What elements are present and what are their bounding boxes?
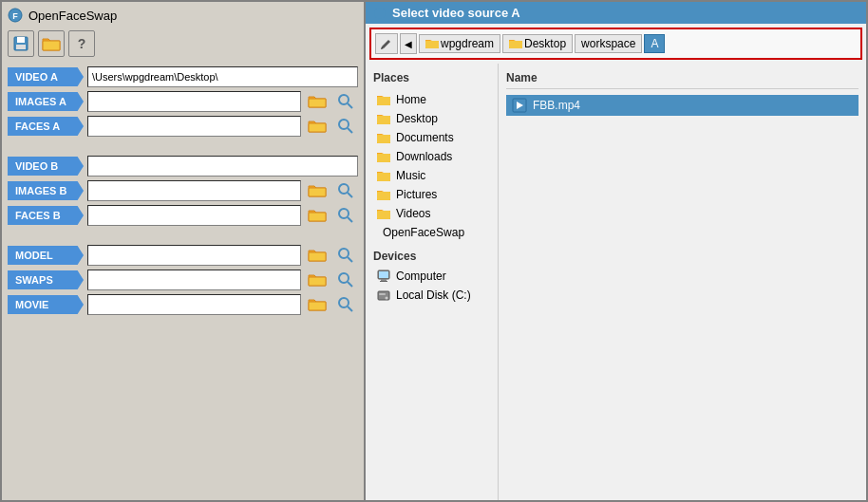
images-a-label[interactable]: IMAGES A — [8, 92, 84, 111]
svg-rect-33 — [377, 154, 390, 162]
svg-point-42 — [386, 297, 388, 300]
svg-line-8 — [348, 103, 352, 108]
app-icon: F — [8, 8, 23, 23]
svg-rect-12 — [309, 188, 326, 196]
breadcrumb-item-0[interactable]: wpgdream — [419, 34, 500, 53]
places-label-computer: Computer — [396, 270, 446, 283]
movie-search-button[interactable] — [333, 294, 358, 315]
faces-b-label[interactable]: FACES B — [8, 206, 84, 225]
images-a-input[interactable] — [87, 91, 301, 112]
breadcrumb-bar: ◀ wpgdream Desktop workspace A — [371, 29, 860, 58]
faces-b-folder-button[interactable] — [305, 205, 330, 226]
faces-a-label[interactable]: FACES A — [8, 117, 84, 136]
folder-icon — [377, 112, 390, 125]
search-icon — [338, 248, 353, 263]
places-label-downloads: Downloads — [396, 150, 452, 163]
movie-input[interactable] — [87, 294, 301, 315]
svg-point-10 — [339, 120, 349, 129]
places-item-documents[interactable]: Documents — [373, 128, 490, 147]
faces-a-row: FACES A — [8, 116, 358, 137]
video-a-label[interactable]: VIDEO A — [8, 67, 84, 86]
app-title-bar: F OpenFaceSwap — [8, 8, 358, 23]
app-title: OpenFaceSwap — [28, 9, 117, 23]
images-a-folder-button[interactable] — [305, 91, 330, 112]
images-b-search-button[interactable] — [333, 180, 358, 201]
places-label-music: Music — [396, 169, 425, 182]
back-arrow-icon: ◀ — [405, 39, 412, 49]
breadcrumb-item-2[interactable]: workspace — [575, 34, 642, 53]
swaps-label[interactable]: SWAPS — [8, 270, 84, 289]
faces-b-search-button[interactable] — [333, 205, 358, 226]
faces-b-input[interactable] — [87, 205, 301, 226]
places-label-home: Home — [396, 93, 426, 106]
folder-icon — [377, 150, 390, 163]
input-rows: VIDEO A IMAGES A — [8, 66, 358, 315]
movie-label[interactable]: MOVIE — [8, 295, 84, 314]
folder-button[interactable] — [38, 30, 65, 57]
search-icon — [338, 272, 353, 288]
faces-a-input[interactable] — [87, 116, 301, 137]
svg-line-17 — [348, 217, 352, 222]
dialog-title: Select video source A — [392, 6, 520, 20]
localdisk-icon — [377, 288, 390, 302]
places-item-desktop[interactable]: Desktop — [373, 109, 490, 128]
faces-b-row: FACES B — [8, 205, 358, 226]
faces-a-search-button[interactable] — [333, 116, 358, 137]
folder-icon — [377, 131, 390, 144]
folder-icon — [308, 183, 327, 198]
images-a-search-button[interactable] — [333, 91, 358, 112]
swaps-input[interactable] — [87, 270, 301, 290]
breadcrumb-item-3[interactable]: A — [644, 34, 665, 53]
breadcrumb-item-1[interactable]: Desktop — [502, 34, 573, 53]
svg-rect-34 — [377, 173, 390, 181]
swaps-folder-button[interactable] — [305, 270, 330, 290]
images-b-row: IMAGES B — [8, 180, 358, 201]
folder-icon — [308, 119, 327, 134]
svg-rect-24 — [309, 302, 326, 310]
places-item-openfaceswap[interactable]: OpenFaceSwap — [373, 223, 490, 242]
places-item-home[interactable]: Home — [373, 90, 490, 109]
model-label[interactable]: MODEL — [8, 246, 84, 265]
files-panel: Name FBB.mp4 — [499, 64, 866, 500]
breadcrumb-edit-button[interactable] — [375, 33, 398, 54]
movie-row: MOVIE — [8, 294, 358, 315]
svg-point-27 — [374, 8, 386, 19]
swaps-search-button[interactable] — [333, 270, 358, 290]
folder-icon — [308, 272, 327, 288]
video-a-input[interactable] — [87, 66, 358, 87]
video-b-label[interactable]: VIDEO B — [8, 157, 84, 176]
model-input[interactable] — [87, 245, 301, 266]
folder-icon — [509, 38, 522, 49]
svg-point-19 — [339, 249, 349, 258]
model-search-button[interactable] — [333, 245, 358, 266]
places-item-videos[interactable]: Videos — [373, 204, 490, 223]
breadcrumb-label-3: A — [651, 37, 658, 50]
help-button[interactable]: ? — [68, 30, 95, 57]
places-item-music[interactable]: Music — [373, 166, 490, 185]
svg-rect-38 — [381, 279, 387, 281]
breadcrumb-label-2: workspace — [581, 37, 635, 50]
breadcrumb-back-button[interactable]: ◀ — [400, 33, 417, 54]
images-b-folder-button[interactable] — [305, 180, 330, 201]
svg-rect-9 — [309, 123, 326, 132]
places-item-computer[interactable]: Computer — [373, 267, 490, 286]
images-b-label[interactable]: IMAGES B — [8, 181, 84, 200]
places-item-downloads[interactable]: Downloads — [373, 147, 490, 166]
file-item-0[interactable]: FBB.mp4 — [506, 95, 859, 116]
search-icon — [338, 183, 353, 198]
movie-folder-button[interactable] — [305, 294, 330, 315]
pencil-icon — [381, 38, 392, 49]
places-item-pictures[interactable]: Pictures — [373, 185, 490, 204]
svg-rect-21 — [309, 277, 326, 286]
places-panel: Places Home Desktop — [366, 64, 499, 500]
model-folder-button[interactable] — [305, 245, 330, 266]
svg-rect-35 — [377, 192, 390, 200]
places-item-localdisk[interactable]: Local Disk (C:) — [373, 286, 490, 305]
places-title: Places — [373, 71, 490, 84]
video-b-input[interactable] — [87, 156, 358, 177]
svg-line-23 — [348, 282, 352, 287]
save-button[interactable] — [8, 30, 34, 57]
faces-a-folder-button[interactable] — [305, 116, 330, 137]
dialog-body: Places Home Desktop — [366, 64, 866, 500]
images-b-input[interactable] — [87, 180, 301, 201]
